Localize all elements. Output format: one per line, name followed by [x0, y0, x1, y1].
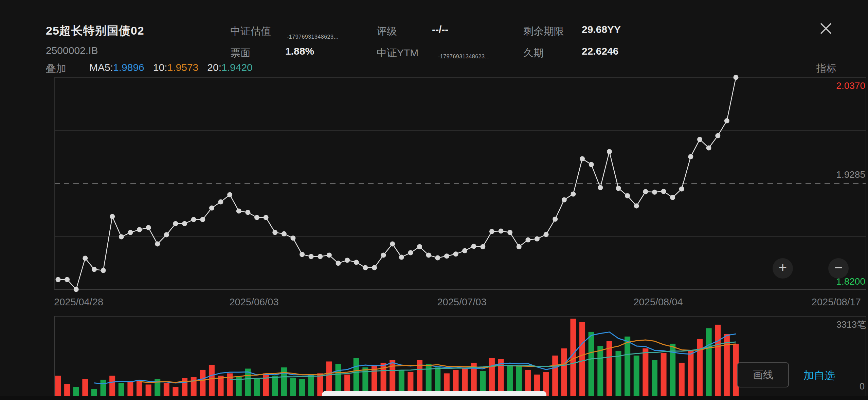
field-label-remaining-term: 剩余期限: [523, 24, 564, 38]
close-icon: [818, 20, 834, 37]
zoom-in-button[interactable]: +: [773, 258, 793, 279]
x-tick-20250804: 2025/08/04: [633, 297, 683, 308]
field-label-csi-valuation: 中证估值: [230, 24, 271, 38]
draw-line-button[interactable]: 画线: [737, 362, 789, 387]
field-value-rating: --/--: [432, 24, 448, 35]
ma10-legend-item: 10:1.9573: [153, 62, 198, 73]
zoom-out-button[interactable]: −: [828, 258, 849, 279]
x-tick-20250703: 2025/07/03: [437, 297, 486, 308]
axis-label-max: 2.0370: [836, 80, 865, 91]
field-label-rating: 评级: [377, 24, 397, 38]
plus-icon: +: [779, 260, 787, 275]
field-label-csi-ytm: 中证YTM: [377, 46, 418, 60]
field-value-remaining-term: 29.68YY: [582, 24, 621, 35]
ma-legend: MA5:1.9896 10:1.9573 20:1.9420: [89, 62, 253, 73]
axis-label-mid: 1.9285: [836, 169, 865, 180]
bond-detail-panel: { "header": { "title": "25超长特别国债02", "co…: [0, 0, 868, 400]
indicator-menu[interactable]: 指标: [816, 62, 836, 76]
field-label-coupon: 票面: [230, 46, 251, 60]
field-value-duration: 22.6246: [582, 45, 618, 57]
price-volume-chart[interactable]: [0, 0, 868, 400]
field-label-duration: 久期: [523, 46, 544, 60]
add-watchlist-button[interactable]: 加自选: [803, 368, 835, 383]
ma20-legend-item: 20:1.9420: [207, 62, 252, 73]
bond-title: 25超长特别国债02: [46, 23, 144, 39]
field-value-csi-ytm: -17976931348623...: [438, 54, 490, 60]
overlay-button[interactable]: 叠加: [46, 62, 66, 76]
volume-zero-label: 0: [860, 381, 865, 392]
bond-code: 2500002.IB: [46, 45, 98, 56]
x-tick-20250817: 2025/08/17: [812, 297, 861, 308]
close-button[interactable]: [818, 20, 834, 37]
ma10-value: 1.9573: [167, 62, 199, 73]
ma5-legend-item: MA5:1.9896: [89, 62, 144, 73]
bottom-edge: [0, 396, 868, 400]
x-tick-20250428: 2025/04/28: [54, 297, 103, 308]
x-tick-20250603: 2025/06/03: [229, 297, 278, 308]
field-value-csi-valuation: -17976931348623...: [287, 34, 339, 40]
minus-icon: −: [834, 260, 843, 275]
field-value-coupon: 1.88%: [285, 45, 314, 57]
volume-max-label: 3313笔: [836, 319, 866, 331]
ma20-value: 1.9420: [221, 62, 253, 73]
ma5-value: 1.9896: [113, 62, 144, 73]
